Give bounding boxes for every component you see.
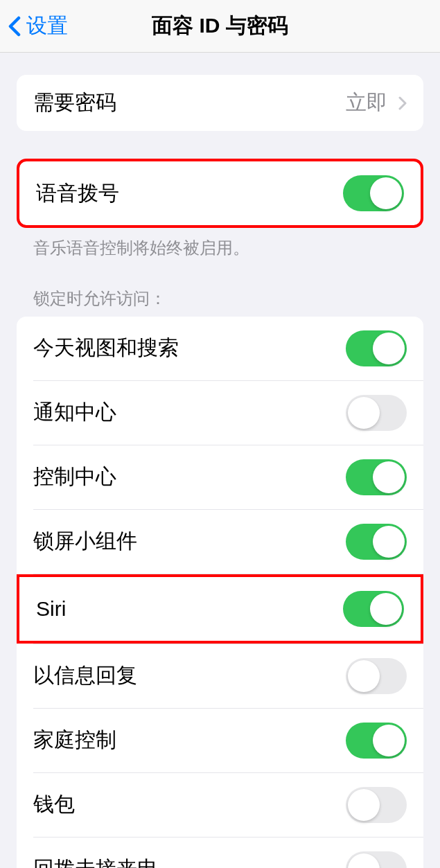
- require-passcode-value-text: 立即: [346, 89, 387, 117]
- notification-center-row: 通知中心: [17, 381, 423, 445]
- reply-message-row: 以信息回复: [17, 644, 423, 708]
- home-control-toggle[interactable]: [346, 723, 407, 759]
- reply-message-toggle[interactable]: [346, 658, 407, 694]
- require-passcode-value: 立即: [346, 89, 407, 117]
- lock-widgets-label: 锁屏小组件: [33, 527, 137, 556]
- siri-toggle[interactable]: [343, 591, 404, 627]
- require-passcode-row[interactable]: 需要密码 立即: [17, 75, 423, 131]
- chevron-left-icon: [8, 16, 21, 37]
- today-view-row: 今天视图和搜索: [17, 317, 423, 380]
- notification-center-label: 通知中心: [33, 398, 116, 427]
- control-center-label: 控制中心: [33, 463, 116, 491]
- notification-center-toggle[interactable]: [346, 395, 407, 431]
- reply-message-label: 以信息回复: [33, 662, 137, 690]
- require-passcode-label: 需要密码: [33, 89, 116, 117]
- back-label: 设置: [26, 12, 68, 40]
- page-title: 面容 ID 与密码: [152, 12, 288, 40]
- lock-widgets-toggle[interactable]: [346, 524, 407, 560]
- wallet-toggle[interactable]: [346, 787, 407, 823]
- voice-dial-group: 语音拨号: [17, 159, 423, 228]
- siri-label: Siri: [36, 597, 66, 621]
- control-center-row: 控制中心: [17, 445, 423, 509]
- wallet-label: 钱包: [33, 790, 75, 819]
- home-control-label: 家庭控制: [33, 726, 116, 754]
- today-view-toggle[interactable]: [346, 330, 407, 366]
- chevron-right-icon: [398, 96, 407, 110]
- lock-access-group: 今天视图和搜索 通知中心 控制中心 锁屏小组件 Siri 以信息回复: [17, 317, 423, 868]
- voice-dial-label: 语音拨号: [36, 179, 119, 208]
- voice-dial-row: 语音拨号: [19, 161, 421, 225]
- return-calls-label: 回拨未接来电: [33, 855, 158, 868]
- wallet-row: 钱包: [17, 773, 423, 837]
- lock-widgets-row: 锁屏小组件: [17, 510, 423, 574]
- siri-row: Siri: [17, 574, 423, 644]
- voice-dial-toggle[interactable]: [343, 175, 404, 211]
- home-control-row: 家庭控制: [17, 709, 423, 772]
- return-calls-toggle[interactable]: [346, 851, 407, 868]
- return-calls-row: 回拨未接来电: [17, 838, 423, 868]
- require-passcode-group: 需要密码 立即: [17, 75, 423, 131]
- nav-header: 设置 面容 ID 与密码: [0, 0, 440, 53]
- back-button[interactable]: 设置: [0, 12, 68, 40]
- today-view-label: 今天视图和搜索: [33, 334, 179, 362]
- control-center-toggle[interactable]: [346, 459, 407, 495]
- voice-dial-footer: 音乐语音控制将始终被启用。: [17, 228, 423, 260]
- lock-access-header: 锁定时允许访问：: [17, 260, 423, 317]
